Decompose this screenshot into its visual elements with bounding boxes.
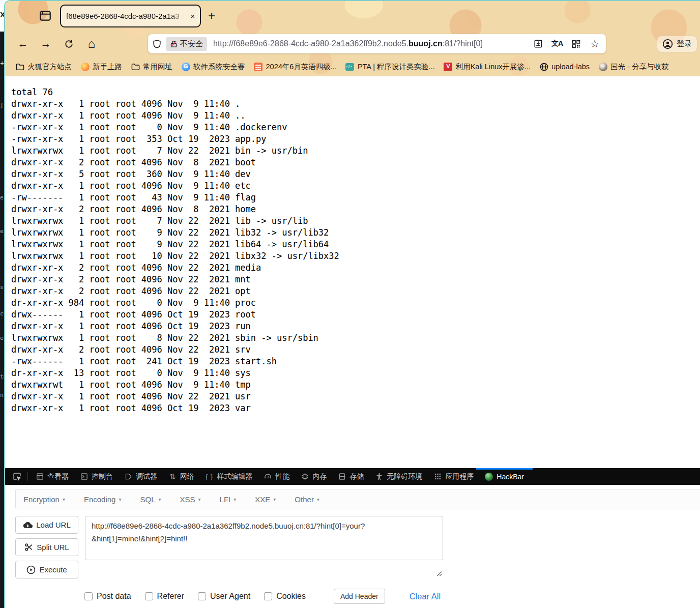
devtools-tab-inspector[interactable]: 查看器 bbox=[30, 468, 74, 485]
bookmark-item[interactable]: 火狐官方站点 bbox=[15, 62, 72, 72]
shield-icon[interactable] bbox=[152, 39, 162, 49]
forward-icon[interactable]: → bbox=[37, 35, 54, 52]
bookmark-item[interactable]: upload-labs bbox=[539, 62, 590, 71]
browser-tab[interactable]: f68e89e6-2868-4cdc-a980-2a1a3 × bbox=[60, 5, 201, 27]
checkbox-icon[interactable] bbox=[264, 592, 272, 600]
firefox-icon bbox=[80, 62, 90, 71]
chevron-down-icon: ▾ bbox=[119, 497, 121, 502]
urlbar-action-icons: 文A ☆ bbox=[531, 37, 602, 51]
scissors-icon bbox=[24, 543, 33, 552]
menu-other[interactable]: Other▾ bbox=[295, 495, 319, 504]
new-tab-button[interactable]: + bbox=[208, 10, 215, 22]
hackbar-icon bbox=[485, 473, 493, 481]
devtools-tab-hackbar[interactable]: HackBar bbox=[479, 468, 530, 485]
debugger-icon bbox=[124, 473, 132, 481]
devtools-tab-console[interactable]: 控制台 bbox=[74, 468, 119, 485]
globe-icon bbox=[539, 62, 548, 71]
signin-button[interactable]: 登录 bbox=[657, 36, 697, 52]
page-content: total 76 drwxr-xr-x 1 root root 4096 Nov… bbox=[5, 76, 700, 468]
reload-icon[interactable] bbox=[60, 35, 77, 52]
broken-lock-icon bbox=[170, 40, 178, 48]
devtools-tab-network[interactable]: ⇅ 网络 bbox=[163, 468, 200, 485]
chevron-down-icon: ▾ bbox=[317, 497, 319, 502]
translate-icon[interactable]: 文A bbox=[550, 37, 564, 51]
save-page-icon[interactable] bbox=[531, 37, 545, 51]
memory-icon bbox=[301, 473, 309, 481]
bookmark-item[interactable]: 国光 - 分享与收获 bbox=[598, 62, 668, 72]
hackbar-main: Load URL Split URL Exe bbox=[5, 516, 700, 578]
hackbar-panel: Encryption▾ Encoding▾ SQL▾ XSS▾ LFI▾ XXE… bbox=[5, 489, 700, 608]
menu-xxe[interactable]: XXE▾ bbox=[255, 495, 276, 504]
qr-extension-icon[interactable] bbox=[569, 37, 583, 51]
split-url-button[interactable]: Split URL bbox=[15, 538, 78, 556]
menu-encoding[interactable]: Encoding▾ bbox=[84, 495, 122, 504]
url-bar[interactable]: 不安全 http://f68e89e6-2868-4cdc-a980-2a1a3… bbox=[148, 34, 606, 53]
add-header-button[interactable]: Add Header bbox=[334, 589, 385, 604]
referer-checkbox[interactable]: Referer bbox=[145, 592, 184, 601]
checkbox-icon[interactable] bbox=[84, 592, 93, 600]
bookmark-item[interactable]: 利用Kali Linux开展渗... bbox=[444, 62, 531, 72]
pick-element-icon[interactable] bbox=[8, 468, 25, 485]
navigation-bar: ← → ⌂ bbox=[5, 31, 700, 57]
insecure-chip[interactable]: 不安全 bbox=[166, 37, 207, 51]
devtools-tab-application[interactable]: 应用程序 bbox=[428, 468, 479, 485]
edge-text-fragment: e bbox=[0, 194, 4, 201]
url-text: http://f68e89e6-2868-4cdc-a980-2a1a362ff… bbox=[213, 39, 529, 48]
checkbox-icon[interactable] bbox=[145, 592, 153, 600]
devtools-tab-style-editor[interactable]: { } 样式编辑器 bbox=[200, 468, 258, 485]
bookmark-item[interactable]: 软件系统安全赛 bbox=[181, 62, 245, 72]
devtools-tab-accessibility[interactable]: 无障碍环境 bbox=[369, 468, 428, 485]
cookies-checkbox[interactable]: Cookies bbox=[264, 592, 306, 601]
inspector-icon bbox=[36, 473, 44, 481]
menu-xss[interactable]: XSS▾ bbox=[180, 495, 201, 504]
menu-lfi[interactable]: LFI▾ bbox=[220, 495, 237, 504]
devtools-tab-memory[interactable]: 内存 bbox=[295, 468, 332, 485]
chevron-down-icon: ▾ bbox=[234, 497, 236, 502]
menu-sql[interactable]: SQL▾ bbox=[140, 495, 161, 504]
performance-icon bbox=[264, 473, 272, 481]
application-grid-icon bbox=[433, 473, 442, 481]
kali-icon bbox=[444, 62, 453, 71]
style-editor-icon: { } bbox=[206, 473, 213, 481]
home-icon[interactable]: ⌂ bbox=[83, 35, 100, 52]
devtools-tab-storage[interactable]: 存储 bbox=[332, 468, 369, 485]
url-textarea-wrap: http://f68e89e6-2868-4cdc-a980-2a1a362ff… bbox=[85, 516, 443, 578]
firefox-view-icon[interactable] bbox=[38, 8, 53, 23]
menu-encryption[interactable]: Encryption▾ bbox=[23, 495, 65, 504]
clear-all-link[interactable]: Clear All bbox=[410, 592, 441, 601]
bookmark-item[interactable]: 新手上路 bbox=[80, 62, 122, 72]
browser-chrome: f68e89e6-2868-4cdc-a980-2a1a3 × + ← → ⌂ bbox=[5, 1, 700, 76]
signin-label: 登录 bbox=[677, 39, 692, 49]
execute-button[interactable]: Execute bbox=[15, 561, 78, 578]
back-icon[interactable]: ← bbox=[14, 35, 32, 52]
devtools-tab-performance[interactable]: 性能 bbox=[258, 468, 295, 485]
tab-close-icon[interactable]: × bbox=[190, 12, 195, 20]
directory-listing: total 76 drwxr-xr-x 1 root root 4096 Nov… bbox=[11, 86, 700, 414]
useragent-checkbox[interactable]: User Agent bbox=[198, 592, 250, 601]
bookmarks-bar: 火狐官方站点 新手上路 常用网址 软件系统安全赛 2024年6月英语四级... bbox=[5, 57, 700, 76]
chevron-down-icon: ▾ bbox=[198, 497, 201, 502]
hackbar-buttons: Load URL Split URL Exe bbox=[15, 516, 78, 578]
checkbox-icon[interactable] bbox=[198, 592, 206, 600]
devtools-tab-debugger[interactable]: 调试器 bbox=[119, 468, 163, 485]
resize-grip-icon[interactable] bbox=[436, 570, 442, 576]
hackbar-url-input[interactable]: http://f68e89e6-2868-4cdc-a980-2a1a362ff… bbox=[85, 516, 443, 560]
folder-icon bbox=[131, 62, 140, 71]
edge-text-fragment: s bbox=[0, 284, 4, 291]
chevron-down-icon: ▾ bbox=[273, 497, 276, 502]
edge-text-fragment: ] bbox=[0, 102, 4, 108]
storage-icon bbox=[338, 473, 346, 481]
bookmark-item[interactable]: 常用网址 bbox=[131, 62, 172, 72]
shield-site-icon bbox=[181, 62, 190, 71]
account-icon bbox=[662, 39, 673, 49]
background-plus-glyph: + bbox=[0, 59, 4, 67]
chevron-down-icon: ▾ bbox=[63, 497, 65, 502]
browser-window: f68e89e6-2868-4cdc-a980-2a1a3 × + ← → ⌂ bbox=[4, 0, 700, 608]
tab-title: f68e89e6-2868-4cdc-a980-2a1a3 bbox=[66, 12, 188, 20]
bookmark-item[interactable]: 2024年6月英语四级... bbox=[254, 62, 337, 72]
pta-icon bbox=[345, 62, 355, 71]
bookmark-item[interactable]: PTA | 程序设计类实验... bbox=[345, 62, 435, 72]
bookmark-star-icon[interactable]: ☆ bbox=[588, 37, 602, 51]
load-url-button[interactable]: Load URL bbox=[15, 516, 78, 534]
postdata-checkbox[interactable]: Post data bbox=[84, 592, 131, 601]
